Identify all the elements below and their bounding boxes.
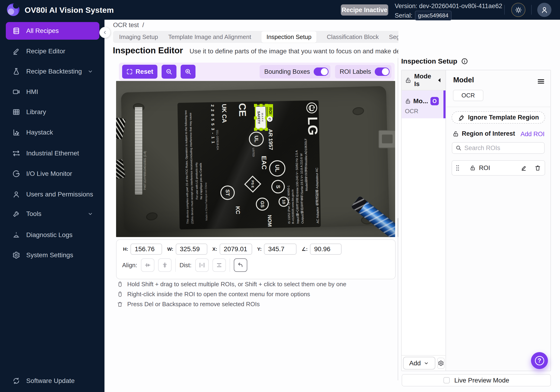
- theme-toggle-button[interactable]: [511, 3, 525, 17]
- label-text-fcc1: This device complies with part 15 of the…: [184, 107, 190, 224]
- sidebar-item-recipe-backtesting[interactable]: Recipe Backtesting: [6, 64, 99, 79]
- lock-open-icon: [405, 98, 411, 104]
- roi-search-input[interactable]: [464, 144, 534, 152]
- node-header-label: Mode Is: [414, 73, 435, 87]
- tab-classification-block[interactable]: Classification Block: [327, 33, 379, 41]
- model-menu-button[interactable]: [537, 77, 545, 86]
- add-node-button[interactable]: Add: [403, 357, 435, 370]
- roi-section-title: Region of Interest: [462, 130, 515, 137]
- bounding-boxes-switch[interactable]: [314, 67, 329, 76]
- sidebar-item-label: Diagnostic Logs: [26, 231, 72, 239]
- zoom-out-button[interactable]: [162, 65, 176, 79]
- label-cul-listed: LISTED: [252, 148, 255, 162]
- breadcrumb-separator: /: [142, 22, 144, 29]
- reset-button[interactable]: Reset: [122, 65, 157, 79]
- x-input[interactable]: [220, 244, 252, 255]
- y-input[interactable]: [264, 244, 297, 255]
- camera-icon: [12, 88, 20, 96]
- roi-handle-s[interactable]: [260, 128, 263, 131]
- page-subtitle: Use it to define parts of the image that…: [190, 48, 422, 55]
- roi-handle-w[interactable]: [254, 116, 257, 119]
- model-type-chip[interactable]: OCR: [453, 90, 483, 101]
- chevron-left-icon: [102, 30, 108, 35]
- sidebar-item-haystack[interactable]: Haystack: [6, 125, 99, 140]
- roi-item-name: ROI: [479, 164, 490, 172]
- roi-bounding-box[interactable]: [255, 105, 267, 130]
- tab-template-image-alignment[interactable]: Template Image and Alignment: [168, 33, 251, 41]
- trash-icon: [534, 165, 541, 171]
- label-ce: CE: [237, 103, 248, 129]
- width-label: W:: [167, 246, 173, 252]
- edit-pencil-icon: [520, 165, 527, 171]
- chevron-down-icon: [423, 361, 429, 366]
- sidebar-item-label: Haystack: [26, 129, 53, 136]
- roi-search-box: [452, 142, 545, 154]
- live-preview-checkbox[interactable]: [443, 377, 450, 383]
- app-title: OV80i AI Vision System: [25, 6, 114, 15]
- sidebar-item-users-permissions[interactable]: Users and Permissions: [6, 187, 99, 201]
- height-label: H:: [123, 246, 128, 252]
- sidebar-item-all-recipes[interactable]: All Recipes: [6, 22, 99, 40]
- distribute-horizontal-button[interactable]: [195, 258, 209, 272]
- roi-list-item[interactable]: ROI: [451, 160, 545, 176]
- delete-roi-button[interactable]: [534, 165, 541, 171]
- sidebar-item-system-settings[interactable]: System Settings: [6, 248, 99, 262]
- drag-handle-icon[interactable]: [456, 165, 460, 171]
- alarm-icon: [12, 231, 20, 239]
- undo-button[interactable]: [234, 258, 247, 272]
- sidebar-item-library[interactable]: Library: [6, 105, 99, 119]
- user-icon: [540, 6, 548, 14]
- roi-handle-se[interactable]: [265, 128, 268, 131]
- sidebar-item-tools[interactable]: Tools: [6, 207, 99, 221]
- angle-input[interactable]: [310, 244, 341, 255]
- edit-roi-button[interactable]: [520, 165, 527, 171]
- zoom-in-button[interactable]: [181, 65, 196, 79]
- roi-handle-n[interactable]: [260, 104, 263, 107]
- add-roi-link[interactable]: Add ROI: [520, 131, 545, 138]
- distribute-vertical-button[interactable]: [212, 258, 226, 272]
- product-label: This device complies with part 15 of the…: [177, 100, 321, 230]
- roi-rotate-handle[interactable]: [267, 116, 273, 122]
- ignore-template-region-button[interactable]: Ignore Template Region: [451, 111, 545, 124]
- align-vertical-center-button[interactable]: [158, 258, 171, 272]
- sidebar-item-industrial-ethernet[interactable]: Industrial Ethernet: [6, 146, 99, 161]
- node-column-footer: Add: [402, 355, 446, 371]
- node-item-selected[interactable]: Mo... O OCR: [402, 90, 446, 118]
- sidebar-item-hmi[interactable]: HMI: [6, 85, 99, 99]
- sidebar-item-software-update[interactable]: Software Update: [6, 374, 99, 388]
- collapse-left-icon[interactable]: [437, 78, 441, 83]
- align-vertical-icon: [161, 262, 168, 268]
- editor-toolbar: Reset Bounding Boxes ROI Labels: [119, 63, 395, 81]
- sidebar-item-recipe-editor[interactable]: Recipe Editor: [6, 44, 99, 58]
- label-eac: EAC: [260, 156, 268, 182]
- inspection-setup-panel: Inspection Setup Mode Is Mo... O OCR Add: [398, 20, 560, 392]
- sidebar-item-io-live-monitor[interactable]: I/O Live Monitor: [6, 167, 99, 181]
- roi-handle-sw[interactable]: [254, 128, 257, 131]
- node-settings-button[interactable]: [437, 358, 445, 369]
- bounding-boxes-label: Bounding Boxes: [264, 68, 310, 75]
- reset-label: Reset: [136, 68, 153, 75]
- info-icon[interactable]: [461, 58, 468, 65]
- tab-inspection-setup[interactable]: Inspection Setup: [261, 31, 317, 43]
- sidebar-item-label: Recipe Editor: [26, 48, 65, 55]
- height-input[interactable]: [130, 244, 162, 255]
- distribute-horizontal-icon: [199, 262, 205, 268]
- node-column-header[interactable]: Mode Is: [402, 70, 446, 90]
- user-avatar-button[interactable]: [537, 3, 551, 17]
- breadcrumb[interactable]: OCR test /: [113, 22, 144, 29]
- sidebar-item-diagnostic-logs[interactable]: Diagnostic Logs: [6, 228, 99, 242]
- camera-image-canvas[interactable]: P46T1EAY659104010331 (1-4) This device c…: [116, 81, 395, 237]
- label-adaptor-line: AC Adaptor 电源适配器 Adaptateur AC: [314, 158, 319, 223]
- label-is-standard: IS 13252 (Part 1)/ IEC 60950-1: [287, 171, 291, 224]
- sidebar-collapse-button[interactable]: [99, 27, 110, 38]
- recipe-status-badge: Recipe Inactive: [341, 4, 388, 16]
- help-button[interactable]: ?: [531, 352, 548, 369]
- roi-labels-switch[interactable]: [375, 67, 390, 76]
- tab-imaging-setup[interactable]: Imaging Setup: [119, 33, 158, 41]
- width-input[interactable]: [176, 244, 207, 255]
- lg-logo-icon: [306, 102, 318, 114]
- roi-handle-nw[interactable]: [254, 104, 257, 107]
- label-10-circle: 10: [278, 196, 289, 207]
- topbar-divider: [531, 5, 532, 15]
- align-horizontal-center-button[interactable]: [141, 258, 154, 272]
